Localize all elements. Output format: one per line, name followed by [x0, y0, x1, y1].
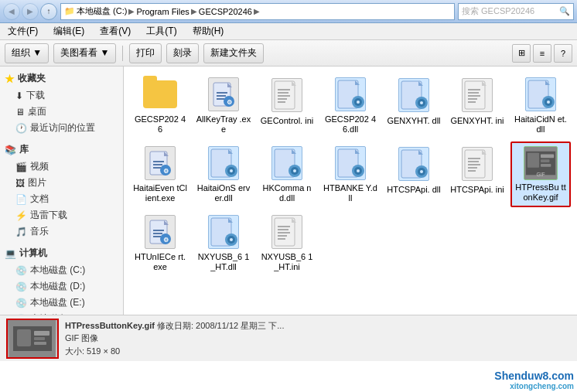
sidebar-item-label: 音乐 — [30, 225, 49, 238]
svg-point-23 — [420, 101, 423, 104]
library-header[interactable]: 📚 库 — [0, 141, 123, 159]
svg-rect-28 — [468, 95, 480, 97]
menu-tools[interactable]: 工具(T) — [142, 23, 181, 39]
sidebar-item-music[interactable]: 🎵 音乐 — [0, 223, 123, 240]
file-item[interactable]: GEControl. ini — [257, 73, 317, 138]
sidebar-item-label: 本地磁盘 (D:) — [30, 280, 85, 293]
file-item[interactable]: GENXYHT. dll — [384, 73, 444, 138]
path-part-1[interactable]: 本地磁盘 (C:) — [77, 5, 127, 17]
svg-point-57 — [357, 169, 360, 172]
exe-icon: ⚙ — [208, 77, 239, 111]
file-icon-wrapper — [332, 77, 369, 112]
file-icon-wrapper — [522, 77, 559, 112]
sidebar-item-label: 最近访问的位置 — [30, 121, 95, 135]
sidebar-item-pictures[interactable]: 🖼 图片 — [0, 175, 123, 191]
computer-header[interactable]: 💻 计算机 — [0, 244, 123, 262]
sidebar-item-docs[interactable]: 📄 文档 — [0, 191, 123, 207]
svg-text:⚙: ⚙ — [163, 237, 169, 244]
video-icon: 🎬 — [15, 162, 27, 172]
file-item[interactable]: ⚙ HTUnIECe rt.exe — [130, 210, 190, 276]
file-item[interactable]: ⚙ AllKeyTray .exe — [193, 73, 254, 138]
menu-bar: 文件(F) 编辑(E) 查看(V) 工具(T) 帮助(H) — [0, 23, 577, 40]
favorites-label: 收藏夹 — [18, 72, 46, 85]
sidebar-item-label: 文档 — [30, 193, 49, 206]
file-item[interactable]: NXYUSB_6 1_HT.ini — [257, 210, 317, 276]
file-item[interactable]: GECSP202 46.dll — [320, 73, 381, 138]
svg-rect-80 — [153, 233, 162, 234]
file-item[interactable]: NXYUSB_6 1_HT.dll — [193, 210, 254, 276]
library-label: 库 — [19, 143, 29, 156]
view-icon-3[interactable]: ? — [554, 44, 572, 63]
sidebar-item-c[interactable]: 💿 本地磁盘 (C:) — [0, 262, 123, 278]
file-label: HTCSPApi. dll — [387, 185, 440, 195]
file-icon-wrapper — [332, 145, 369, 181]
file-label: GECSP202 46.dll — [323, 114, 378, 135]
path-part-3[interactable]: GECSP20246 — [199, 7, 252, 16]
sep2: ▶ — [191, 7, 197, 15]
up-button[interactable]: ↑ — [40, 3, 57, 20]
sidebar-item-label: 视频 — [30, 160, 49, 173]
main-layout: ★ 收藏夹 ⬇ 下载 🖥 桌面 🕐 最近访问的位置 📚 库 � — [0, 66, 577, 315]
sidebar-item-xunlei[interactable]: ⚡ 迅雷下载 — [0, 207, 123, 223]
file-item[interactable]: HTBANKE Y.dll — [320, 141, 381, 207]
pictures-icon: 🖼 — [15, 178, 25, 189]
file-label: GECSP202 46 — [132, 114, 188, 135]
file-item[interactable]: GIF HTPressBu ttonKey.gif — [510, 141, 571, 207]
view-icon-2[interactable]: ≡ — [533, 44, 551, 63]
sidebar-item-video[interactable]: 🎬 视频 — [0, 159, 123, 175]
file-item[interactable]: HaitaiCidN et.dll — [510, 73, 571, 138]
file-item[interactable]: GECSP202 46 — [130, 73, 190, 138]
menu-view[interactable]: 查看(V) — [95, 23, 135, 39]
exe-icon: ⚙ — [145, 215, 176, 249]
svg-text:GIF: GIF — [536, 172, 545, 177]
file-icon-wrapper — [142, 77, 179, 112]
sidebar-item-recent[interactable]: 🕐 最近访问的位置 — [0, 120, 123, 136]
file-label: HTBANKE Y.dll — [323, 183, 378, 203]
back-button[interactable]: ◀ — [3, 3, 20, 20]
organize-button[interactable]: 组织 ▼ — [5, 43, 49, 63]
path-bar[interactable]: 📁 本地磁盘 (C:) ▶ Program Files ▶ GECSP20246… — [60, 3, 455, 20]
sidebar-item-download[interactable]: ⬇ 下载 — [0, 87, 123, 104]
sep3: ▶ — [254, 7, 260, 15]
search-bar[interactable]: 搜索 GECSP20246 🔍 — [458, 3, 574, 20]
file-item[interactable]: HKComma nd.dll — [257, 141, 317, 207]
path-part-2[interactable]: Program Files — [136, 7, 189, 16]
print-button[interactable]: 打印 — [129, 43, 162, 63]
star-icon: ★ — [5, 73, 15, 85]
file-item[interactable]: ⚙ HaitaiEven tClient.exe — [130, 141, 190, 207]
favorites-section: ★ 收藏夹 ⬇ 下载 🖥 桌面 🕐 最近访问的位置 — [0, 70, 123, 136]
file-item[interactable]: HTCSPApi. dll — [384, 141, 444, 207]
view-icon-1[interactable]: ⊞ — [512, 44, 531, 63]
new-folder-button[interactable]: 新建文件夹 — [203, 43, 264, 63]
sidebar-item-desktop[interactable]: 🖥 桌面 — [0, 104, 123, 120]
favorites-header[interactable]: ★ 收藏夹 — [0, 70, 123, 87]
svg-rect-72 — [527, 153, 539, 168]
search-icon[interactable]: 🔍 — [559, 6, 570, 16]
file-item[interactable]: HaitaiOnS erver.dll — [193, 141, 254, 207]
dll-icon — [398, 78, 429, 112]
svg-rect-65 — [468, 158, 480, 159]
sidebar-item-e[interactable]: 💿 本地磁盘 (E:) — [0, 295, 123, 311]
library-section: 📚 库 🎬 视频 🖼 图片 📄 文档 ⚡ 迅雷下载 🎵 音乐 — [0, 141, 123, 240]
file-item[interactable]: HTCSPApi. ini — [447, 141, 507, 207]
menu-file[interactable]: 文件(F) — [3, 23, 43, 39]
svg-point-62 — [420, 170, 423, 173]
forward-button[interactable]: ▶ — [22, 3, 39, 20]
file-item[interactable]: GENXYHT. ini — [447, 73, 507, 138]
file-label: HTCSPApi. ini — [450, 185, 504, 195]
svg-point-88 — [230, 238, 233, 241]
svg-rect-75 — [541, 164, 551, 167]
menu-help[interactable]: 帮助(H) — [188, 23, 229, 39]
file-label: HTUnIECe rt.exe — [132, 252, 188, 272]
sidebar-item-d[interactable]: 💿 本地磁盘 (D:) — [0, 278, 123, 295]
burn-button[interactable]: 刻录 — [166, 43, 199, 63]
file-label: NXYUSB_6 1_HT.dll — [196, 252, 251, 272]
folder-icon: 🖥 — [15, 107, 25, 118]
svg-point-35 — [547, 101, 550, 104]
svg-rect-91 — [278, 226, 290, 227]
view-button[interactable]: 美图看看 ▼ — [53, 43, 116, 63]
svg-rect-66 — [468, 161, 479, 162]
sidebar-item-f[interactable]: 💿 本地磁盘 (F:) — [0, 311, 123, 315]
nav-buttons: ◀ ▶ ↑ — [3, 3, 57, 20]
menu-edit[interactable]: 编辑(E) — [49, 23, 89, 39]
